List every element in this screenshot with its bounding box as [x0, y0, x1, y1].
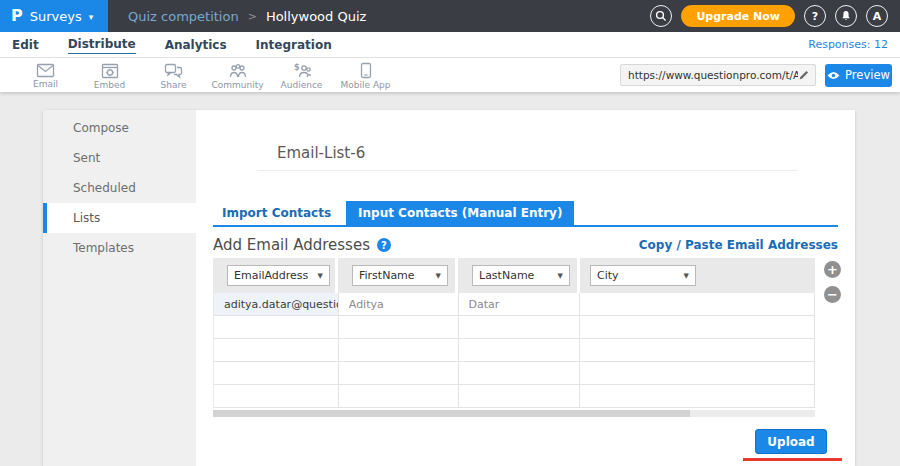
cell-firstname[interactable] [339, 362, 459, 385]
header-cell-lastname: LastName ▼ [458, 258, 580, 293]
distribute-toolbar: Email Embed Share Community $ [0, 58, 900, 92]
nav-item-distribute[interactable]: Distribute [68, 35, 136, 54]
cell-lastname[interactable]: Datar [459, 293, 581, 316]
table-row [213, 362, 815, 385]
svg-text:$: $ [294, 63, 300, 72]
column-select-lastname[interactable]: LastName ▼ [472, 265, 570, 286]
toolbar-label-email: Email [33, 79, 58, 89]
tab-input-contacts-manual[interactable]: Input Contacts (Manual Entry) [346, 201, 574, 225]
embed-icon [101, 63, 119, 79]
cell-email[interactable] [214, 339, 339, 362]
table-row [213, 316, 815, 339]
toolbar-label-share: Share [161, 80, 187, 90]
survey-nav: Edit Distribute Analytics Integration Re… [0, 32, 900, 58]
toolbar-item-email[interactable]: Email [14, 61, 77, 89]
cell-email[interactable] [214, 316, 339, 339]
toolbar-item-share[interactable]: Share [142, 61, 205, 90]
breadcrumb: Quiz competition > Hollywood Quiz [128, 9, 366, 24]
preview-button[interactable]: Preview [825, 64, 892, 87]
table-row [213, 385, 815, 408]
cell-city[interactable] [580, 293, 815, 316]
toolbar-item-community[interactable]: Community [206, 61, 269, 90]
breadcrumb-separator: > [248, 10, 257, 23]
help-button[interactable]: ? [804, 5, 826, 27]
account-avatar[interactable]: A [866, 5, 888, 27]
notifications-button[interactable] [835, 5, 857, 27]
help-tooltip-icon[interactable]: ? [377, 238, 391, 252]
column-select-city[interactable]: City ▼ [590, 265, 696, 286]
toolbar-item-audience[interactable]: $ Audience [270, 61, 333, 90]
copy-paste-link[interactable]: Copy / Paste Email Addresses [639, 238, 838, 252]
add-row-button[interactable]: + [824, 261, 841, 278]
sidebar-item-sent[interactable]: Sent [43, 143, 196, 173]
share-icon [164, 63, 183, 79]
add-email-addresses-row: Add Email Addresses ? Copy / Paste Email… [213, 236, 838, 254]
column-select-firstname-value: FirstName [359, 269, 415, 282]
community-icon [228, 63, 248, 79]
preview-button-label: Preview [845, 68, 890, 82]
chevron-down-icon: ▼ [558, 272, 563, 280]
email-list-title: Email-List-6 [277, 144, 365, 162]
row-tools: + − [824, 261, 841, 303]
chevron-down-icon: ▾ [89, 12, 94, 22]
cell-firstname[interactable] [339, 385, 459, 408]
email-distribution-card: Compose Sent Scheduled Lists Templates E… [43, 110, 855, 466]
surveys-menu[interactable]: P Surveys ▾ [0, 0, 108, 32]
contacts-table: EmailAddress ▼ FirstName ▼ LastName ▼ [213, 258, 815, 408]
avatar-initial: A [873, 10, 882, 23]
toolbar-item-mobile-app[interactable]: Mobile App [334, 60, 397, 90]
cell-firstname[interactable]: Aditya [339, 293, 459, 316]
survey-url-input[interactable] [628, 69, 798, 81]
lists-content: Email-List-6 Import Contacts Input Conta… [196, 110, 855, 466]
search-icon [655, 10, 667, 22]
cell-lastname[interactable] [459, 362, 581, 385]
cell-city[interactable] [580, 316, 815, 339]
cell-lastname[interactable] [459, 385, 581, 408]
nav-item-integration[interactable]: Integration [256, 36, 332, 54]
edit-pencil-icon[interactable] [798, 69, 810, 81]
questionpro-logo-icon: P [11, 8, 23, 24]
nav-item-analytics[interactable]: Analytics [165, 36, 227, 54]
nav-item-edit[interactable]: Edit [12, 36, 39, 54]
toolbar-item-embed[interactable]: Embed [78, 61, 141, 90]
upload-button[interactable]: Upload [755, 429, 827, 454]
top-bar: P Surveys ▾ Quiz competition > Hollywood… [0, 0, 900, 32]
cell-lastname[interactable] [459, 339, 581, 362]
table-row: aditya.datar@questionpro.com Aditya Data… [213, 293, 815, 316]
upgrade-now-button[interactable]: Upgrade Now [681, 5, 795, 27]
cell-firstname[interactable] [339, 316, 459, 339]
annotation-red-underline [743, 458, 842, 461]
remove-row-button[interactable]: − [824, 286, 841, 303]
toolbar-label-mobile-app: Mobile App [341, 80, 391, 90]
scrollbar-thumb[interactable] [213, 410, 690, 417]
tab-import-contacts[interactable]: Import Contacts [213, 201, 346, 225]
add-email-addresses-label: Add Email Addresses [213, 236, 370, 254]
column-select-city-value: City [597, 269, 619, 282]
column-select-firstname[interactable]: FirstName ▼ [352, 265, 448, 286]
chevron-down-icon: ▼ [318, 272, 323, 280]
cell-lastname[interactable] [459, 316, 581, 339]
horizontal-scrollbar[interactable] [213, 410, 815, 417]
email-sidebar: Compose Sent Scheduled Lists Templates [43, 110, 196, 466]
responses-count[interactable]: Responses: 12 [808, 38, 888, 51]
column-select-emailaddress[interactable]: EmailAddress ▼ [227, 265, 330, 286]
sidebar-item-compose[interactable]: Compose [43, 113, 196, 143]
cell-city[interactable] [580, 385, 815, 408]
search-button[interactable] [650, 5, 672, 27]
topbar-actions: Upgrade Now ? A [650, 5, 900, 27]
breadcrumb-parent[interactable]: Quiz competition [128, 9, 239, 24]
column-select-lastname-value: LastName [479, 269, 534, 282]
cell-email[interactable] [214, 385, 339, 408]
sidebar-item-lists[interactable]: Lists [43, 203, 196, 233]
contacts-table-header: EmailAddress ▼ FirstName ▼ LastName ▼ [213, 258, 815, 293]
eye-icon [827, 71, 840, 80]
cell-email[interactable] [214, 362, 339, 385]
cell-city[interactable] [580, 339, 815, 362]
email-icon [36, 63, 55, 78]
header-cell-emailaddress: EmailAddress ▼ [213, 258, 338, 293]
sidebar-item-templates[interactable]: Templates [43, 233, 196, 263]
cell-city[interactable] [580, 362, 815, 385]
cell-email[interactable]: aditya.datar@questionpro.com [214, 293, 339, 316]
sidebar-item-scheduled[interactable]: Scheduled [43, 173, 196, 203]
cell-firstname[interactable] [339, 339, 459, 362]
